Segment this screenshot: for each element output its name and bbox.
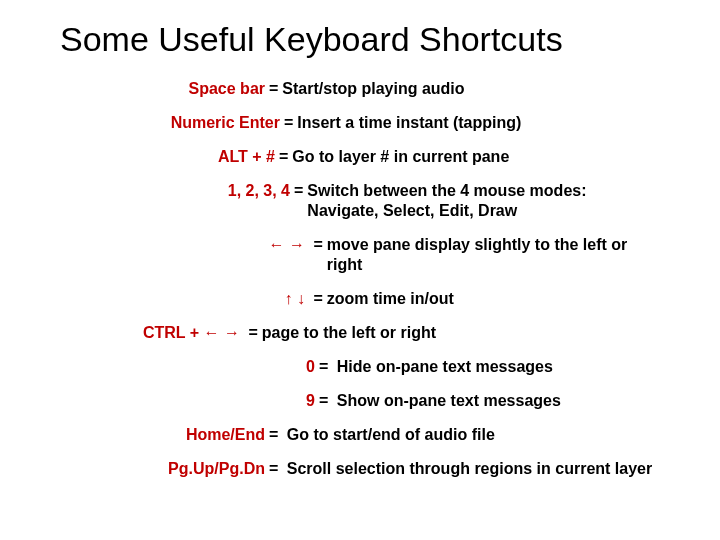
list-item: CTRL + ← → = page to the left or right — [60, 323, 660, 343]
shortcut-key: ← → — [60, 235, 305, 255]
shortcut-key: 9 — [60, 391, 315, 411]
list-item: 0 = Hide on-pane text messages — [60, 357, 660, 377]
equals: = — [315, 391, 337, 411]
list-item: Numeric Enter = Insert a time instant (t… — [60, 113, 660, 133]
shortcut-key: Space bar — [60, 79, 265, 99]
shortcut-desc: Switch between the 4 mouse modes: Naviga… — [307, 181, 660, 221]
shortcut-desc: move pane display slightly to the left o… — [327, 235, 660, 275]
shortcut-key: Pg.Up/Pg.Dn — [60, 459, 265, 479]
equals: = — [315, 357, 337, 377]
equals: = — [290, 181, 307, 201]
shortcut-key: 1, 2, 3, 4 — [60, 181, 290, 201]
list-item: 1, 2, 3, 4 = Switch between the 4 mouse … — [60, 181, 660, 221]
slide: Some Useful Keyboard Shortcuts Space bar… — [0, 0, 720, 513]
shortcut-desc: Go to start/end of audio file — [287, 425, 660, 445]
list-item: 9 = Show on-pane text messages — [60, 391, 660, 411]
equals: = — [265, 459, 287, 479]
shortcut-desc: Go to layer # in current pane — [292, 147, 660, 167]
shortcut-key: ALT + # — [60, 147, 275, 167]
shortcut-key: Home/End — [60, 425, 265, 445]
shortcut-desc: Hide on-pane text messages — [337, 357, 660, 377]
shortcut-key: Numeric Enter — [60, 113, 280, 133]
list-item: ↑ ↓ = zoom time in/out — [60, 289, 660, 309]
page-title: Some Useful Keyboard Shortcuts — [60, 20, 660, 59]
equals: = — [265, 425, 287, 445]
shortcut-key: 0 — [60, 357, 315, 377]
list-item: ← → = move pane display slightly to the … — [60, 235, 660, 275]
shortcut-key: ↑ ↓ — [60, 289, 305, 309]
shortcut-desc: Show on-pane text messages — [337, 391, 660, 411]
shortcut-key: CTRL + ← → — [60, 323, 240, 343]
equals: = — [305, 235, 327, 255]
shortcut-desc: Start/stop playing audio — [282, 79, 660, 99]
equals: = — [265, 79, 282, 99]
equals: = — [305, 289, 327, 309]
shortcut-desc: Scroll selection through regions in curr… — [287, 459, 660, 479]
shortcut-desc: zoom time in/out — [327, 289, 660, 309]
list-item: Home/End = Go to start/end of audio file — [60, 425, 660, 445]
list-item: Pg.Up/Pg.Dn = Scroll selection through r… — [60, 459, 660, 479]
equals: = — [275, 147, 292, 167]
list-item: Space bar = Start/stop playing audio — [60, 79, 660, 99]
shortcut-desc: Insert a time instant (tapping) — [297, 113, 660, 133]
shortcut-list: Space bar = Start/stop playing audio Num… — [60, 79, 660, 479]
equals: = — [240, 323, 262, 343]
shortcut-desc: page to the left or right — [262, 323, 660, 343]
list-item: ALT + # = Go to layer # in current pane — [60, 147, 660, 167]
equals: = — [280, 113, 297, 133]
